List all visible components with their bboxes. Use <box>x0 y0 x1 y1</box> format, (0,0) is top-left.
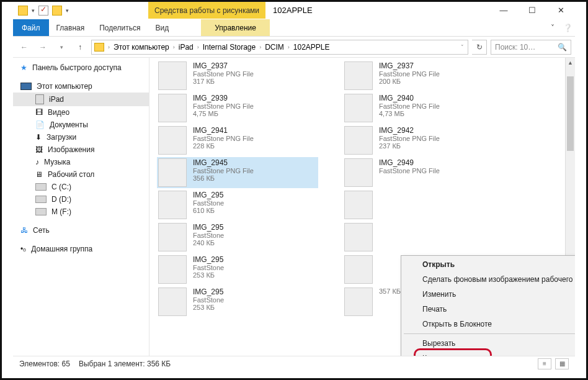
qat-dropdown-icon[interactable]: ▾ <box>32 7 35 14</box>
file-item[interactable]: IMG_295FastStone253 КБ <box>157 286 318 317</box>
up-button[interactable]: ↑ <box>73 40 87 55</box>
tab-view[interactable]: Вид <box>148 19 176 36</box>
view-thumbnails-button[interactable]: ▦ <box>555 358 569 369</box>
sidebar-item-ipad[interactable]: iPad <box>13 93 149 106</box>
file-thumbnail <box>344 61 373 90</box>
downloads-icon: ⬇ <box>35 133 42 142</box>
new-folder-icon[interactable] <box>52 6 62 16</box>
file-item[interactable]: IMG_295FastStone253 КБ <box>157 254 318 285</box>
sidebar-item-pictures[interactable]: 🖼 Изображения <box>13 143 149 156</box>
chevron-right-icon[interactable]: › <box>172 44 176 50</box>
chevron-right-icon[interactable]: › <box>258 44 262 50</box>
address-bar[interactable]: › Этот компьютер › iPad › Internal Stora… <box>91 40 468 55</box>
file-size: 253 КБ <box>193 304 224 311</box>
file-item[interactable]: IMG_2940FastStone PNG File4,73 МБ <box>343 93 504 124</box>
file-tab[interactable]: Файл <box>13 19 49 36</box>
breadcrumb-segment[interactable]: 102APPLE <box>292 43 331 52</box>
file-thumbnail <box>344 223 373 251</box>
file-name: IMG_295 <box>193 223 224 232</box>
address-dropdown-icon[interactable]: ˅ <box>460 44 465 50</box>
file-size: 237 КБ <box>379 142 440 150</box>
file-size: 356 КБ <box>193 174 254 182</box>
qat-customize-icon[interactable]: ▾ <box>66 7 69 14</box>
chevron-right-icon[interactable]: › <box>287 44 291 50</box>
file-item[interactable] <box>343 222 504 253</box>
sidebar-homegroup[interactable]: •⁠₀ Домашняя группа <box>13 243 149 255</box>
file-item[interactable]: IMG_2945FastStone PNG File356 КБ <box>157 157 318 188</box>
status-selection: Выбран 1 элемент: 356 КБ <box>79 360 171 368</box>
sidebar-item-desktop[interactable]: 🖥 Рабочий стол <box>13 168 149 181</box>
search-input[interactable]: Поиск: 10… 🔍 <box>491 40 571 55</box>
file-item[interactable]: IMG_2942FastStone PNG File237 КБ <box>343 125 504 156</box>
homegroup-icon: •⁠₀ <box>20 245 26 253</box>
file-thumbnail <box>158 126 187 155</box>
network-icon: 🖧 <box>20 226 28 235</box>
back-button[interactable]: ← <box>17 40 32 55</box>
file-list[interactable]: IMG_2937FastStone PNG File317 КБIMG_2939… <box>149 58 575 356</box>
file-type: FastStone PNG File <box>379 102 440 110</box>
tab-home[interactable]: Главная <box>49 19 92 36</box>
sidebar-network[interactable]: 🖧 Сеть <box>13 224 149 237</box>
chevron-right-icon[interactable]: › <box>196 44 200 50</box>
file-item[interactable]: IMG_295FastStone240 КБ <box>157 222 318 253</box>
file-size: 610 КБ <box>193 207 224 214</box>
sidebar-item-music[interactable]: ♪ Музыка <box>13 156 149 168</box>
file-item[interactable]: IMG_2941FastStone PNG File228 КБ <box>157 125 318 156</box>
file-item[interactable]: IMG_295FastStone610 КБ <box>157 189 318 220</box>
file-size: 4,73 МБ <box>379 110 440 117</box>
scroll-thumb[interactable] <box>567 76 574 151</box>
file-item[interactable]: IMG_2937FastStone PNG File317 КБ <box>157 60 318 91</box>
sidebar-item-drive-c[interactable]: C (C:) <box>13 181 149 193</box>
minimize-button[interactable]: — <box>489 2 518 19</box>
sidebar-item-drive-d[interactable]: D (D:) <box>13 193 149 206</box>
file-size: 240 КБ <box>193 239 224 247</box>
file-item[interactable]: IMG_2949FastStone PNG File <box>343 157 504 188</box>
chevron-right-icon[interactable]: › <box>107 44 111 50</box>
sidebar-item-drive-m[interactable]: M (F:) <box>13 206 149 218</box>
sidebar-item-downloads[interactable]: ⬇ Загрузки <box>13 131 149 143</box>
file-name: IMG_295 <box>193 191 224 199</box>
file-thumbnail <box>344 255 373 284</box>
title-bar: ▾ ▾ Средства работы с рисунками 102APPLE… <box>13 2 575 19</box>
quick-access[interactable]: ★ Панель быстрого доступа <box>13 61 149 74</box>
breadcrumb-segment[interactable]: iPad <box>177 43 195 52</box>
sidebar-item-documents[interactable]: 📄 Документы <box>13 119 149 131</box>
menu-set-wallpaper[interactable]: Сделать фоновым изображением рабочего ст… <box>403 272 575 287</box>
breadcrumb-segment[interactable]: Этот компьютер <box>112 43 171 52</box>
view-details-button[interactable]: ≡ <box>538 358 551 369</box>
menu-separator <box>404 333 575 334</box>
menu-cut[interactable]: Вырезать <box>403 336 575 351</box>
file-type: FastStone <box>193 264 224 271</box>
file-type: FastStone PNG File <box>193 70 254 78</box>
scroll-up-icon[interactable]: ▲ <box>566 58 575 68</box>
maximize-button[interactable]: ☐ <box>518 2 546 19</box>
menu-open-notepad[interactable]: Открыть в Блокноте <box>403 317 575 332</box>
close-button[interactable]: ✕ <box>546 2 575 19</box>
properties-icon[interactable] <box>38 6 48 16</box>
tab-share[interactable]: Поделиться <box>92 19 148 36</box>
file-size: 253 КБ <box>193 271 224 279</box>
menu-print[interactable]: Печать <box>403 302 575 317</box>
tab-manage[interactable]: Управление <box>201 19 270 36</box>
pictures-icon: 🖼 <box>35 145 43 154</box>
this-pc[interactable]: Этот компьютер <box>13 80 149 93</box>
file-item[interactable]: IMG_2937FastStone PNG File200 КБ <box>343 60 504 91</box>
refresh-button[interactable]: ↻ <box>472 40 487 55</box>
breadcrumb-segment[interactable]: DCIM <box>264 43 285 52</box>
file-item[interactable]: IMG_2939FastStone PNG File4,75 МБ <box>157 93 318 124</box>
menu-edit[interactable]: Изменить <box>403 287 575 302</box>
drive-icon <box>35 196 47 203</box>
help-icon[interactable]: ❔ <box>560 19 575 36</box>
folder-icon <box>94 43 104 52</box>
file-item[interactable] <box>343 189 504 220</box>
sidebar-item-videos[interactable]: 🎞 Видео <box>13 106 149 119</box>
menu-open[interactable]: Открыть <box>403 257 575 272</box>
breadcrumb-segment[interactable]: Internal Storage <box>202 43 257 52</box>
menu-copy[interactable]: Копировать <box>403 351 575 356</box>
file-name: IMG_2945 <box>193 158 254 167</box>
file-type: FastStone PNG File <box>379 135 440 142</box>
file-thumbnail <box>344 94 373 122</box>
recent-locations-icon[interactable]: ▾ <box>54 40 69 55</box>
forward-button[interactable]: → <box>35 40 50 55</box>
ribbon-expand-icon[interactable]: ˅ <box>545 19 560 36</box>
